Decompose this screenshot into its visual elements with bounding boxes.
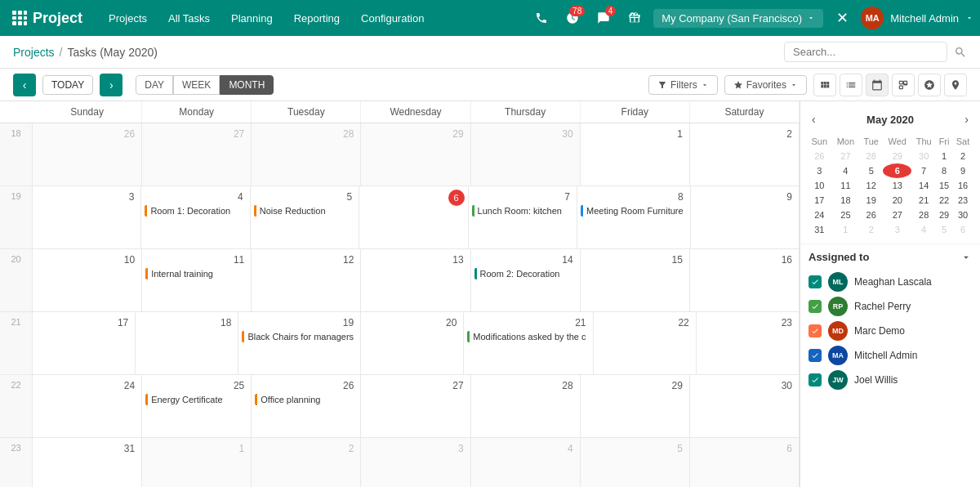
- prev-button[interactable]: ‹: [13, 74, 36, 96]
- cal-cell-may6[interactable]: 6 6: [359, 186, 468, 248]
- cal-cell-may17[interactable]: 17: [33, 312, 136, 374]
- assigned-item[interactable]: JWJoel Willis: [808, 368, 972, 392]
- pivot-view-icon[interactable]: [892, 74, 915, 96]
- mini-cal-day[interactable]: 21: [911, 193, 936, 208]
- mini-cal-day[interactable]: 22: [936, 193, 952, 208]
- mini-cal-day[interactable]: 14: [911, 178, 936, 193]
- assigned-item[interactable]: RPRachel Perry: [808, 294, 972, 319]
- event-black-chairs[interactable]: Black Chairs for managers: [242, 331, 357, 342]
- mini-cal-day[interactable]: 11: [832, 178, 860, 193]
- mini-cal-day[interactable]: 19: [859, 193, 883, 208]
- assigned-collapse-icon[interactable]: [960, 252, 972, 263]
- breadcrumb-parent[interactable]: Projects: [13, 46, 55, 59]
- mini-cal-day[interactable]: 26: [859, 208, 883, 222]
- mini-cal-day[interactable]: 1: [832, 222, 860, 237]
- mini-cal-day[interactable]: 20: [883, 193, 911, 208]
- mini-cal-day[interactable]: 12: [859, 178, 883, 193]
- cal-cell-may19[interactable]: 19 Black Chairs for managers: [238, 312, 361, 374]
- gift-icon[interactable]: [622, 6, 647, 30]
- mini-cal-day[interactable]: 18: [832, 193, 860, 208]
- activity-view-icon[interactable]: [918, 74, 941, 96]
- nav-projects[interactable]: Projects: [99, 7, 157, 29]
- mini-cal-day[interactable]: 5: [859, 163, 883, 178]
- cal-cell-may30[interactable]: 30: [690, 375, 800, 437]
- cal-cell-may13[interactable]: 13: [361, 249, 470, 311]
- cal-cell-may18[interactable]: 18: [136, 312, 238, 374]
- cal-cell-may10[interactable]: 10: [33, 249, 142, 311]
- event-lunch-room[interactable]: Lunch Room: kitchen: [472, 205, 573, 217]
- mini-cal-day[interactable]: 17: [807, 193, 832, 208]
- assigned-item[interactable]: MLMeaghan Lascala: [808, 270, 972, 294]
- mini-cal-day[interactable]: 6: [883, 163, 911, 178]
- mini-cal-day[interactable]: 7: [911, 163, 936, 178]
- next-button[interactable]: ›: [100, 74, 122, 96]
- mini-cal-day[interactable]: 3: [807, 163, 832, 178]
- cal-cell-jun4[interactable]: 4: [471, 438, 581, 487]
- mini-cal-prev[interactable]: ‹: [807, 111, 821, 127]
- mini-cal-day[interactable]: 2: [952, 149, 973, 163]
- cal-cell-jun5[interactable]: 5: [581, 438, 690, 487]
- mini-cal-day[interactable]: 13: [883, 178, 911, 193]
- nav-reporting[interactable]: Reporting: [284, 7, 350, 29]
- cal-cell-apr26[interactable]: 26: [33, 123, 142, 185]
- mini-cal-day[interactable]: 26: [807, 149, 832, 163]
- assigned-item[interactable]: MDMarc Demo: [808, 319, 972, 343]
- mini-cal-day[interactable]: 23: [952, 193, 973, 208]
- mini-cal-day[interactable]: 8: [936, 163, 952, 178]
- week-view-button[interactable]: WEEK: [173, 75, 220, 95]
- event-room1-decoration[interactable]: Room 1: Decoration: [145, 205, 246, 217]
- cal-cell-may1[interactable]: 1: [581, 123, 690, 185]
- cal-cell-may20[interactable]: 20: [361, 312, 464, 374]
- mini-cal-day[interactable]: 29: [883, 149, 911, 163]
- cal-cell-apr28[interactable]: 28: [252, 123, 361, 185]
- cal-cell-may8[interactable]: 8 Meeting Room Furniture: [577, 186, 691, 248]
- search-input[interactable]: [784, 42, 947, 62]
- nav-planning[interactable]: Planning: [221, 7, 283, 29]
- mini-cal-day[interactable]: 10: [807, 178, 832, 193]
- assigned-item[interactable]: MAMitchell Admin: [808, 343, 972, 368]
- cal-cell-may16[interactable]: 16: [690, 249, 800, 311]
- phone-icon[interactable]: [529, 6, 554, 30]
- mini-cal-day[interactable]: 31: [807, 222, 832, 237]
- event-internal-training[interactable]: Internal training: [145, 268, 247, 279]
- cal-cell-may7[interactable]: 7 Lunch Room: kitchen: [469, 186, 577, 248]
- cal-cell-may24[interactable]: 24: [33, 375, 142, 437]
- cal-cell-apr30[interactable]: 30: [471, 123, 581, 185]
- map-view-icon[interactable]: [944, 74, 967, 96]
- event-noise-reduction[interactable]: Noise Reduction: [254, 205, 355, 217]
- cal-cell-may9[interactable]: 9: [691, 186, 800, 248]
- mini-cal-day[interactable]: 30: [952, 208, 973, 222]
- mini-cal-day[interactable]: 5: [936, 222, 952, 237]
- cal-cell-may31[interactable]: 31: [33, 438, 142, 487]
- mini-cal-day[interactable]: 28: [859, 149, 883, 163]
- cal-cell-may12[interactable]: 12: [252, 249, 361, 311]
- event-room2-decoration[interactable]: Room 2: Decoration: [474, 268, 577, 279]
- search-icon[interactable]: [954, 46, 967, 59]
- chat-icon[interactable]: 4: [591, 6, 616, 30]
- cal-cell-may5[interactable]: 5 Noise Reduction: [251, 186, 359, 248]
- mini-cal-day[interactable]: 27: [883, 208, 911, 222]
- cal-cell-may28[interactable]: 28: [471, 375, 581, 437]
- cal-cell-may26[interactable]: 26 Office planning: [252, 375, 361, 437]
- cal-cell-may3[interactable]: 3: [33, 186, 141, 248]
- cal-cell-apr27[interactable]: 27: [142, 123, 252, 185]
- list-view-icon[interactable]: [840, 74, 862, 96]
- cal-cell-may2[interactable]: 2: [690, 123, 800, 185]
- calendar-view-icon[interactable]: [866, 74, 889, 96]
- close-icon[interactable]: ✕: [830, 6, 854, 30]
- mini-cal-day[interactable]: 27: [832, 149, 860, 163]
- kanban-view-icon[interactable]: [813, 74, 836, 96]
- mini-cal-day[interactable]: 29: [936, 208, 952, 222]
- cal-cell-may21[interactable]: 21 Modifications asked by the c: [464, 312, 593, 374]
- mini-cal-day[interactable]: 9: [952, 163, 973, 178]
- mini-cal-day[interactable]: 6: [952, 222, 973, 237]
- cal-cell-may11[interactable]: 11 Internal training: [142, 249, 252, 311]
- mini-cal-day[interactable]: 24: [807, 208, 832, 222]
- user-name[interactable]: Mitchell Admin: [890, 12, 959, 25]
- nav-all-tasks[interactable]: All Tasks: [158, 7, 220, 29]
- cal-cell-may22[interactable]: 22: [594, 312, 697, 374]
- company-selector[interactable]: My Company (San Francisco): [653, 9, 823, 28]
- cal-cell-may29[interactable]: 29: [581, 375, 690, 437]
- mini-cal-day[interactable]: 4: [832, 163, 860, 178]
- cal-cell-may4[interactable]: 4 Room 1: Decoration: [141, 186, 250, 248]
